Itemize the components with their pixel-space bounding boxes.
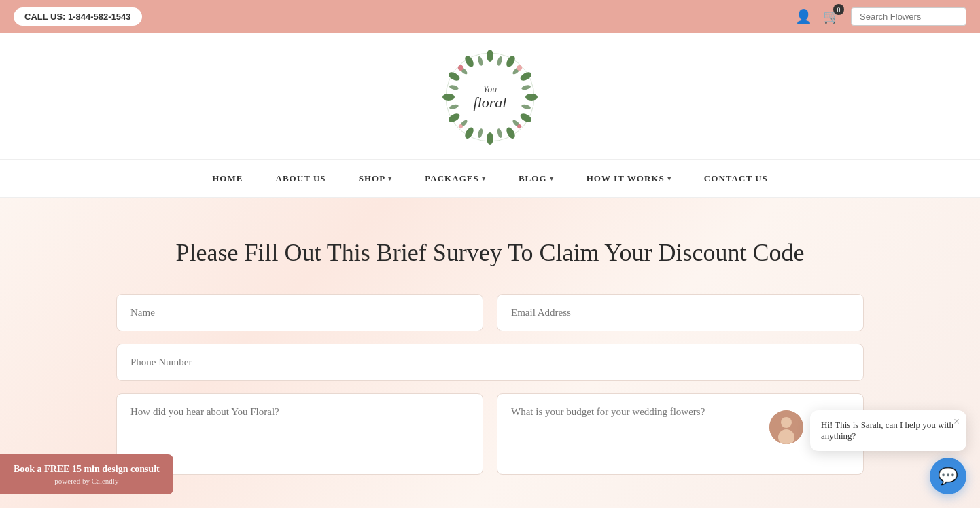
nav-packages[interactable]: PACKAGES ▾ — [408, 160, 502, 197]
svg-point-24 — [477, 56, 483, 66]
shop-chevron-icon: ▾ — [388, 175, 392, 182]
form-row-3 — [116, 393, 864, 475]
phone-input[interactable] — [116, 344, 864, 381]
cart-wrapper[interactable]: 🛒 0 — [823, 8, 840, 24]
svg-point-7 — [487, 132, 493, 145]
form-row-1 — [116, 294, 864, 331]
nav-how-it-works[interactable]: HOW IT WORKS ▾ — [570, 160, 688, 197]
svg-point-32 — [781, 417, 792, 428]
chat-widget: × Hi! This is Sarah, can I help you with… — [769, 410, 966, 494]
book-consult-label: Book a FREE 15 min design consult — [14, 462, 160, 476]
blog-chevron-icon: ▾ — [550, 175, 554, 182]
how-it-works-chevron-icon: ▾ — [667, 175, 671, 182]
svg-point-10 — [442, 94, 455, 101]
chat-open-button[interactable]: 💬 — [930, 458, 966, 494]
user-icon[interactable]: 👤 — [795, 8, 812, 24]
nav-home[interactable]: HOME — [196, 160, 259, 197]
logo-area: You floral — [0, 33, 980, 160]
svg-point-13 — [497, 56, 503, 66]
nav-blog[interactable]: BLOG ▾ — [502, 160, 570, 197]
svg-point-19 — [477, 128, 483, 139]
svg-text:You: You — [483, 84, 497, 94]
svg-point-16 — [521, 104, 531, 110]
chat-bubble: × Hi! This is Sarah, can I help you with… — [810, 410, 966, 451]
nav-shop[interactable]: SHOP ▾ — [343, 160, 409, 197]
packages-chevron-icon: ▾ — [482, 175, 486, 182]
svg-point-21 — [449, 104, 459, 110]
chat-message: Hi! This is Sarah, can I help you with a… — [821, 420, 953, 441]
search-input[interactable] — [851, 7, 966, 26]
survey-form — [116, 294, 864, 475]
chat-close-icon[interactable]: × — [953, 416, 960, 428]
logo[interactable]: You floral — [439, 46, 541, 148]
nav-about-us[interactable]: ABOUT US — [259, 160, 342, 197]
form-row-2 — [116, 344, 864, 381]
svg-point-4 — [525, 94, 538, 101]
email-input[interactable] — [497, 294, 864, 331]
svg-point-1 — [487, 50, 493, 62]
cart-badge: 0 — [833, 4, 844, 15]
chat-icon: 💬 — [938, 467, 958, 486]
top-bar-right: 👤 🛒 0 — [795, 7, 966, 26]
book-consult-widget[interactable]: Book a FREE 15 min design consult powere… — [0, 454, 173, 494]
svg-point-15 — [521, 84, 531, 90]
survey-title: Please Fill Out This Brief Survey To Cla… — [27, 238, 953, 267]
chat-avatar — [769, 410, 803, 444]
svg-point-22 — [449, 84, 459, 90]
nav-bar: HOME ABOUT US SHOP ▾ PACKAGES ▾ BLOG ▾ H… — [0, 160, 980, 198]
name-input[interactable] — [116, 294, 483, 331]
book-consult-sub-label: powered by Calendly — [14, 476, 160, 486]
top-bar: CALL US: 1-844-582-1543 👤 🛒 0 — [0, 0, 980, 33]
svg-point-18 — [497, 128, 503, 139]
call-us-button[interactable]: CALL US: 1-844-582-1543 — [14, 7, 142, 26]
nav-contact-us[interactable]: CONTACT US — [688, 160, 784, 197]
svg-text:floral: floral — [474, 94, 507, 111]
